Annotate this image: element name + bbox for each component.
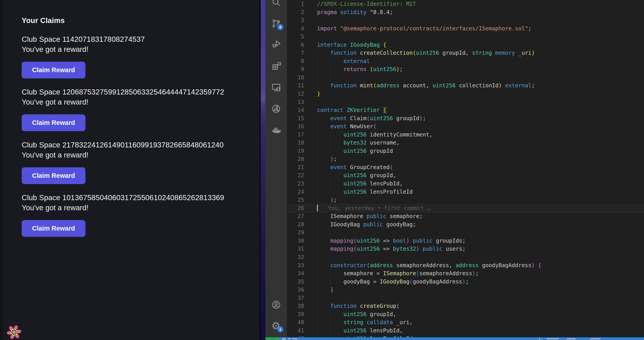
code-line[interactable]: 11 function mint(address account, uint25…	[287, 81, 644, 90]
docker-icon[interactable]	[271, 126, 281, 135]
line-number[interactable]: 24	[287, 188, 317, 196]
code-line[interactable]: 14contract ZKVerifier {	[287, 106, 644, 114]
claim-reward-button[interactable]: Claim Reward	[22, 220, 86, 237]
claim-reward-button[interactable]: Claim Reward	[22, 114, 86, 131]
line-number[interactable]: 8	[287, 57, 317, 65]
code-line[interactable]: 10	[287, 73, 644, 82]
line-number[interactable]: 18	[287, 139, 317, 147]
code-line[interactable]: 31 mapping(uint256 => bytes32) public us…	[287, 245, 644, 253]
source-control-icon[interactable]: 4	[271, 18, 281, 28]
remote-status-segment[interactable]	[279, 337, 644, 340]
line-number[interactable]: 17	[287, 131, 317, 139]
code-line[interactable]: 2pragma solidity ^0.8.4;	[287, 8, 644, 16]
code-line[interactable]: 13	[287, 98, 644, 106]
extensions-icon[interactable]	[271, 61, 281, 71]
code-line[interactable]: 26You, yesterday • first commit …	[287, 204, 644, 212]
line-number[interactable]: 37	[287, 294, 317, 302]
code-editor[interactable]: 1//SPDX-License-Identifier: MIT2pragma s…	[287, 0, 644, 340]
settings-gear-icon[interactable]: ⚙ 1	[271, 321, 281, 331]
line-number[interactable]: 32	[287, 253, 317, 261]
line-number[interactable]: 16	[287, 122, 317, 131]
cursor-position-label	[546, 338, 559, 339]
line-number[interactable]: 4	[287, 24, 317, 33]
line-number[interactable]: 7	[287, 49, 317, 57]
account-icon[interactable]	[271, 300, 281, 310]
code-line[interactable]: 33 constructor(address semaphoreAddress,…	[287, 261, 644, 270]
code-line[interactable]: 17 uint256 identityCommitment,	[287, 131, 644, 139]
line-number[interactable]: 41	[287, 327, 317, 335]
code-line[interactable]: 15 event Claim(uint256 groupId);	[287, 114, 644, 123]
line-number[interactable]: 11	[287, 81, 317, 90]
react-query-devtools-flower-icon[interactable]	[6, 324, 22, 340]
line-number[interactable]: 13	[287, 98, 317, 106]
code-line[interactable]: 34 semaphore = ISemaphore(semaphoreAddre…	[287, 269, 644, 278]
code-line[interactable]: 35 goodyBag = IGoodyBag(goodyBagAddress)…	[287, 278, 644, 286]
search-icon[interactable]	[271, 0, 281, 7]
code-line[interactable]: 9 returns (uint256);	[287, 65, 644, 73]
line-number[interactable]: 28	[287, 221, 317, 229]
code-line[interactable]: 41 uint256 lensPubId,	[287, 327, 644, 335]
line-number[interactable]: 21	[287, 163, 317, 172]
line-number[interactable]: 9	[287, 65, 317, 73]
code-line[interactable]: 5	[287, 33, 644, 41]
code-line[interactable]: 25 );	[287, 196, 644, 204]
line-number[interactable]: 34	[287, 269, 317, 278]
code-line[interactable]: 4import "@semaphore-protocol/contracts/i…	[287, 24, 644, 33]
code-line[interactable]: 22 uint256 groupId,	[287, 171, 644, 180]
line-number[interactable]: 15	[287, 114, 317, 123]
line-number[interactable]: 33	[287, 261, 317, 270]
line-number[interactable]: 30	[287, 237, 317, 245]
line-number[interactable]: 20	[287, 155, 317, 163]
prettier-status-segment[interactable]: ✓	[266, 337, 279, 340]
line-number[interactable]: 35	[287, 278, 317, 286]
line-number[interactable]: 22	[287, 171, 317, 180]
line-number[interactable]: 38	[287, 302, 317, 310]
line-number[interactable]: 14	[287, 106, 317, 114]
code-line[interactable]: 1//SPDX-License-Identifier: MIT	[287, 0, 644, 8]
code-line[interactable]: 23 uint256 lensPubId,	[287, 180, 644, 188]
code-line[interactable]: 32	[287, 253, 644, 261]
code-line[interactable]: 30 mapping(uint256 => bool) public group…	[287, 237, 644, 245]
code-line[interactable]: 39 uint256 groupId,	[287, 310, 644, 319]
code-line[interactable]: 6interface IGoodyBag {	[287, 41, 644, 49]
line-number[interactable]: 31	[287, 245, 317, 253]
line-number[interactable]: 27	[287, 212, 317, 221]
code-line[interactable]: 3	[287, 16, 644, 24]
line-number[interactable]: 39	[287, 310, 317, 319]
line-number[interactable]: 12	[287, 90, 317, 98]
line-number[interactable]: 1	[287, 0, 317, 8]
code-line[interactable]: 12}	[287, 90, 644, 98]
code-line[interactable]: 16 event NewUser(	[287, 122, 644, 131]
line-number[interactable]: 3	[287, 16, 317, 24]
code-line[interactable]: 7 function createCollection(uint256 grou…	[287, 49, 644, 57]
code-line[interactable]: 36 }	[287, 286, 644, 294]
claim-reward-button[interactable]: Claim Reward	[22, 167, 86, 184]
line-number[interactable]: 2	[287, 8, 317, 16]
claim-reward-button[interactable]: Claim Reward	[22, 62, 86, 78]
line-number[interactable]: 29	[287, 229, 317, 237]
line-number[interactable]: 5	[287, 33, 317, 41]
remote-explorer-icon[interactable]	[271, 82, 281, 92]
code-line[interactable]: 40 string calldata _uri,	[287, 318, 644, 327]
live-share-icon[interactable]	[271, 104, 281, 114]
line-number[interactable]: 40	[287, 318, 317, 327]
line-number[interactable]: 26	[287, 204, 317, 212]
code-line[interactable]: 37	[287, 294, 644, 302]
code-line[interactable]: 29	[287, 229, 644, 237]
code-line[interactable]: 8 external	[287, 57, 644, 65]
run-and-debug-icon[interactable]	[271, 39, 281, 49]
line-number[interactable]: 36	[287, 286, 317, 294]
code-line[interactable]: 24 uint256 lensProfileId	[287, 188, 644, 196]
line-number[interactable]: 10	[287, 73, 317, 82]
line-number[interactable]: 19	[287, 147, 317, 155]
code-line[interactable]: 21 event GroupCreated(	[287, 163, 644, 172]
code-line[interactable]: 18 bytes32 username,	[287, 139, 644, 147]
line-number[interactable]: 6	[287, 41, 317, 49]
code-line[interactable]: 27 ISemaphore public semaphore;	[287, 212, 644, 221]
code-line[interactable]: 38 function createGroup(	[287, 302, 644, 310]
line-number[interactable]: 23	[287, 180, 317, 188]
code-line[interactable]: 19 uint256 groupId	[287, 147, 644, 155]
code-line[interactable]: 20 );	[287, 155, 644, 163]
line-number[interactable]: 25	[287, 196, 317, 204]
code-line[interactable]: 28 IGoodyBag public goodyBag;	[287, 221, 644, 229]
